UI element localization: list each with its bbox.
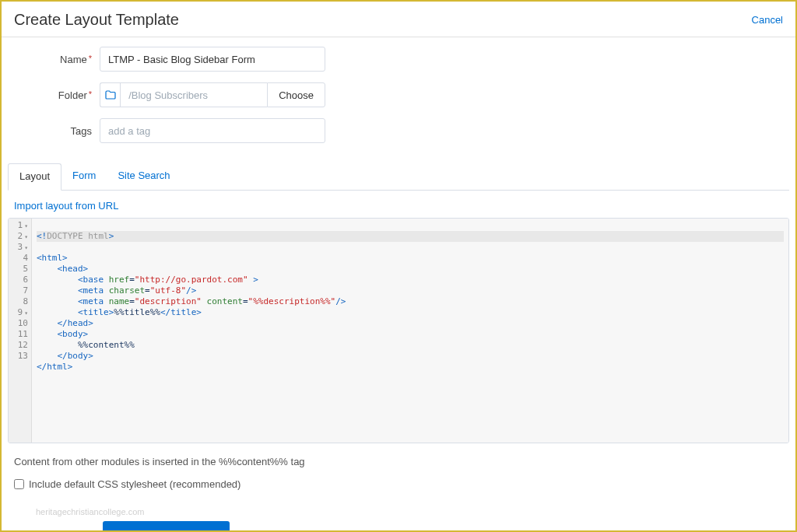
tab-layout[interactable]: Layout [8,163,61,191]
include-css-label: Include default CSS stylesheet (recommen… [29,478,241,490]
import-layout-link[interactable]: Import layout from URL [2,191,795,218]
include-css-checkbox[interactable] [14,479,24,489]
choose-button[interactable]: Choose [267,82,325,107]
cancel-link-bottom[interactable]: Cancel [237,528,269,532]
name-input[interactable] [100,47,325,72]
name-label: Name [14,54,100,65]
cancel-link-top[interactable]: Cancel [752,14,783,26]
folder-icon [100,82,120,107]
content-note: Content from other modules is inserted i… [2,443,795,474]
create-layout-button[interactable]: Create layout template [103,521,230,532]
tags-input[interactable] [100,118,325,143]
folder-path-input [120,82,267,107]
page-title: Create Layout Template [14,11,179,29]
tags-label: Tags [14,125,100,137]
tab-site-search[interactable]: Site Search [107,163,181,190]
code-editor[interactable]: 1 2 3 4 5 6 7 8 9 10 11 12 13 <!DOCTYPE … [8,218,789,443]
tab-bar: Layout Form Site Search [8,163,789,191]
code-gutter: 1 2 3 4 5 6 7 8 9 10 11 12 13 [9,219,32,443]
code-area[interactable]: <!DOCTYPE html> <html> <head> <base href… [32,219,788,443]
watermark-text: heritagechristiancollege.com [2,499,795,516]
tab-form[interactable]: Form [61,163,107,190]
folder-label: Folder [14,89,100,101]
